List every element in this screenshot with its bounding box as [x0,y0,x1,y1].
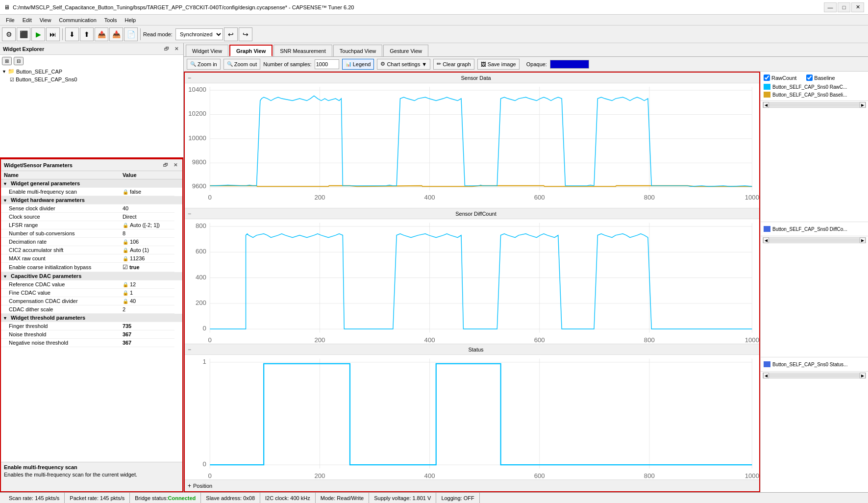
param-value-cic2: 🔒Auto (1) [120,246,174,254]
slave-address-status: Slave address: 0x08 [201,493,260,503]
stop-button[interactable]: ⬛ [17,27,30,41]
legend-scrollbar-2: ◀ ▶ [763,237,866,243]
collapse-all-button[interactable]: ⊟ [14,57,24,65]
params-close[interactable]: ✕ [172,161,179,169]
chart-settings-dropdown-icon: ▼ [422,61,427,67]
param-value-clk-source[interactable]: Direct [120,213,174,221]
param-name-cdac-dither: CDAC dither scale [1,305,120,314]
undo-button[interactable]: ↩ [224,27,238,41]
svg-text:0: 0 [208,194,212,201]
play-button[interactable]: ▶ [31,27,45,41]
tree-item-sns0[interactable]: ☑ Button_SELF_CAP_Sns0 [10,75,181,83]
tab-snr-measurement[interactable]: SNR Measurement [273,45,332,56]
menu-communication[interactable]: Communication [55,16,100,24]
param-value-neg-noise-thresh[interactable]: 367 [120,339,174,347]
legend-scroll-right-2[interactable]: ▶ [860,237,866,243]
clear-graph-button[interactable]: ✏ Clear graph [433,59,474,70]
position-expand-icon[interactable]: + [188,482,191,489]
upload-button[interactable]: ⬆ [80,27,94,41]
svg-text:10400: 10400 [188,86,206,93]
num-samples-input[interactable] [315,59,339,69]
import-button[interactable]: 📥 [109,27,123,41]
params-header: Widget/Sensor Parameters 🗗 ✕ [1,159,182,171]
opaque-slider[interactable] [550,60,589,69]
legend-scroll-left-2[interactable]: ◀ [763,237,769,243]
param-value-lfsr: 🔒Auto ([-2; 1]) [120,221,174,229]
minimize-diffcount-icon[interactable]: − [188,210,196,217]
legend-scroll-left-1[interactable]: ◀ [763,102,769,108]
baseline-checkbox[interactable] [806,75,813,81]
expand-all-button[interactable]: ⊞ [2,57,12,65]
checkbox-coarse-init[interactable]: ☑ [123,264,128,271]
diffcount-color-box [764,226,770,232]
tree-item-button-selfcap[interactable]: ▼ 📁 Button_SELF_CAP [2,67,181,75]
export-button[interactable]: 📤 [95,27,108,41]
graphs-container: − Sensor Data 10400 10200 10000 9800 960… [185,73,759,479]
zoom-in-button[interactable]: 🔍 Zoom in [187,59,221,70]
section-general-params: ▼ Widget general parameters [1,179,182,188]
opaque-label: Opaque: [526,61,547,67]
tab-gesture-view[interactable]: Gesture View [383,45,428,56]
legend-section-diffcount: Button_SELF_CAP_Sns0 DiffCo... [761,222,868,236]
tab-graph-view[interactable]: Graph View [229,45,273,56]
minimize-status-icon[interactable]: − [188,346,196,353]
close-button[interactable]: ✕ [851,2,864,12]
tab-touchpad-view[interactable]: Touchpad View [333,45,382,56]
param-value-multifreq: 🔒false [120,188,174,196]
menu-tools[interactable]: Tools [100,16,121,24]
chart-settings-button[interactable]: ⚙ Chart settings ▼ [377,59,430,70]
legend-scrollbar-track-2 [769,238,860,242]
param-name-finger-thresh: Finger threshold [1,322,120,330]
param-value-noise-thresh[interactable]: 367 [120,330,174,339]
svg-text:10200: 10200 [188,110,206,118]
menu-file[interactable]: File [2,16,19,24]
param-value-sense-clk[interactable]: 40 [120,204,174,213]
section-expand-cdac[interactable]: ▼ [3,274,7,279]
save-image-button[interactable]: 🖼 Save image [477,59,520,70]
legend-scroll-right-3[interactable]: ▶ [860,373,866,378]
lock-icon-decimation: 🔒 [123,239,128,245]
menu-edit[interactable]: Edit [19,16,36,24]
step-button[interactable]: ⏭ [46,27,60,41]
param-name-ref-cdac: Reference CDAC value [1,280,120,289]
section-expand-general[interactable]: ▼ [3,181,7,186]
widget-explorer-actions: 🗗 ✕ [163,45,180,53]
redo-button[interactable]: ↪ [239,27,252,41]
legend-scroll-left-3[interactable]: ◀ [763,373,769,378]
param-value-comp-cdac: 🔒40 [120,297,174,305]
svg-text:400: 400 [424,472,435,479]
param-value-sub-conv[interactable]: 8 [120,229,174,238]
params-undock[interactable]: 🗗 [162,161,170,169]
tab-widget-view[interactable]: Widget View [186,45,228,56]
legend-button[interactable]: 📊 Legend [342,59,374,70]
scan-rate-status: Scan rate: 145 pkts/s [4,493,65,503]
graph-canvas-diffcount: 800 600 400 200 0 [185,219,759,344]
widget-explorer-undock[interactable]: 🗗 [163,45,171,53]
download-button[interactable]: ⬇ [65,27,79,41]
param-name-decimation: Decimation rate [1,238,120,246]
param-value-finger-thresh[interactable]: 735 [120,322,174,330]
section-expand-hardware[interactable]: ▼ [3,198,7,203]
settings-button[interactable]: ⚙ [2,27,16,41]
widget-explorer-close[interactable]: ✕ [173,45,180,53]
rawcount-checkbox[interactable] [764,75,770,81]
graph-legend-container: − Sensor Data 10400 10200 10000 9800 960… [184,72,868,492]
legend-section-status: Button_SELF_CAP_Sns0 Status... [761,357,868,372]
section-expand-threshold[interactable]: ▼ [3,316,7,321]
param-value-coarse-init: ☑ true [120,263,174,272]
minimize-button[interactable]: — [824,2,837,12]
menu-help[interactable]: Help [121,16,140,24]
lock-icon-ref-cdac: 🔒 [123,282,128,287]
zoom-out-button[interactable]: 🔍 Zoom out [223,59,260,70]
legend-scroll-right-1[interactable]: ▶ [860,102,866,108]
read-mode-select[interactable]: Synchronized Continuous [175,28,223,40]
param-name-cic2: CIC2 accumulator shift [1,246,120,254]
menu-view[interactable]: View [36,16,55,24]
param-value-cdac-dither[interactable]: 2 [120,305,174,314]
legend-scrollbar-track-3 [769,374,860,377]
report-button[interactable]: 📄 [124,27,138,41]
widget-explorer-header: Widget Explorer 🗗 ✕ [0,43,183,55]
legend-item-rawcount: Button_SELF_CAP_Sns0 RawC... [764,83,865,91]
maximize-button[interactable]: □ [838,2,850,12]
minimize-sensor-icon[interactable]: − [188,75,196,81]
